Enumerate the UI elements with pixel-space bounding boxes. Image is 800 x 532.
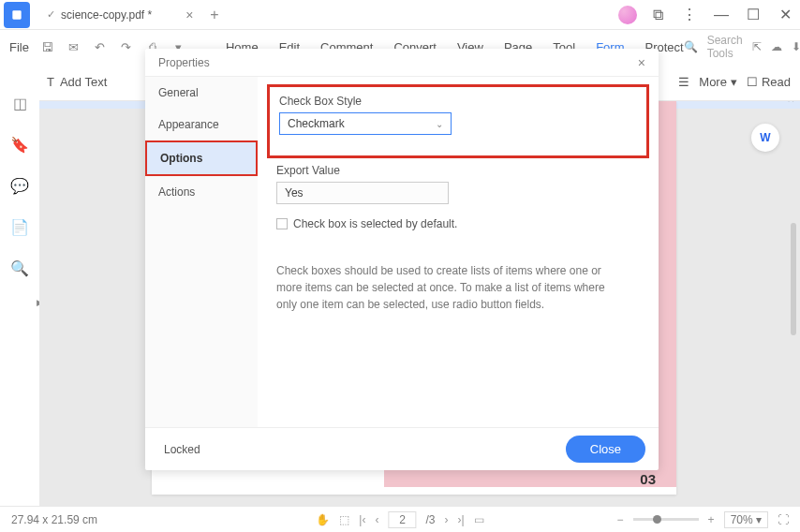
titlebar: ✓ science-copy.pdf * × + ⧉ ⋮ — ☐ ✕ [0, 0, 800, 30]
document-tab[interactable]: ✓ science-copy.pdf * × [37, 2, 202, 28]
last-page-icon[interactable]: ›| [458, 513, 465, 526]
zoom-slider[interactable] [633, 518, 699, 521]
maximize-icon[interactable]: ☐ [742, 4, 764, 26]
default-checkbox[interactable] [276, 218, 288, 229]
search-placeholder[interactable]: Search Tools [707, 34, 743, 60]
page-dimensions: 27.94 x 21.59 cm [11, 513, 97, 526]
page-number-label: 03 [640, 471, 656, 487]
properties-dialog: Properties × General Appearance Options … [145, 49, 659, 470]
read-label: Read [762, 75, 791, 89]
window-restore-icon[interactable]: ⧉ [646, 4, 669, 26]
close-button[interactable]: Close [566, 436, 645, 463]
select-tool-icon[interactable]: ⬚ [339, 513, 349, 526]
dialog-content: Check Box Style Checkmark ⌄ Export Value… [258, 77, 659, 427]
default-checkbox-label: Check box is selected by default. [293, 217, 457, 230]
locked-row[interactable]: Locked [158, 443, 200, 456]
nav-options[interactable]: Options [145, 140, 258, 176]
select-chevron-icon: ⌄ [436, 119, 443, 129]
user-avatar-icon[interactable] [618, 6, 637, 24]
svg-rect-0 [12, 10, 21, 19]
nav-appearance[interactable]: Appearance [145, 109, 258, 140]
add-text-label: Add Text [60, 75, 107, 89]
kebab-menu-icon[interactable]: ⋮ [678, 4, 701, 26]
export-value-input[interactable]: Yes [276, 182, 449, 204]
tab-close-icon[interactable]: × [185, 7, 193, 22]
checkbox-style-label: Check Box Style [279, 95, 637, 108]
more-label: More [699, 75, 727, 89]
default-checkbox-row[interactable]: Check box is selected by default. [276, 217, 640, 230]
more-button[interactable]: More ▾ [699, 75, 737, 89]
first-page-icon[interactable]: |‹ [359, 513, 365, 526]
attachments-icon[interactable]: 📄 [10, 217, 29, 236]
help-text: Check boxes should be used to create lis… [276, 262, 623, 313]
checkbox-style-select[interactable]: Checkmark ⌄ [279, 112, 452, 135]
highlight-checkbox-style: Check Box Style Checkmark ⌄ [267, 84, 649, 158]
zoom-value[interactable]: 70% ▾ [724, 511, 768, 528]
fullscreen-icon[interactable]: ⛶ [778, 513, 789, 526]
left-sidebar: ◫ 🔖 💬 📄 🔍 ▶ [0, 64, 39, 513]
tab-add-button[interactable]: + [210, 7, 218, 23]
minimize-icon[interactable]: — [710, 4, 733, 26]
help-icon[interactable]: ⬇ [792, 40, 800, 53]
dialog-header: Properties × [145, 49, 659, 77]
thumbnails-icon[interactable]: ◫ [10, 94, 29, 112]
read-checkbox-icon: ☐ [747, 75, 758, 89]
fit-page-icon[interactable]: ▭ [474, 513, 484, 526]
prev-page-icon[interactable]: ‹ [375, 513, 378, 526]
save-icon[interactable]: 🖫 [38, 37, 57, 56]
dialog-close-icon[interactable]: × [638, 55, 645, 70]
word-export-icon[interactable]: W [751, 124, 779, 152]
zoom-in-icon[interactable]: + [708, 513, 715, 526]
checkbox-style-value: Checkmark [288, 117, 345, 130]
nav-actions[interactable]: Actions [145, 176, 258, 208]
bookmark-icon[interactable]: 🔖 [10, 135, 29, 154]
next-page-icon[interactable]: › [445, 513, 449, 526]
export-value-text: Yes [285, 186, 304, 200]
mail-icon[interactable]: ✉ [65, 37, 83, 56]
undo-icon[interactable]: ↶ [91, 37, 110, 56]
info-bar-close-icon[interactable]: × [787, 101, 794, 106]
cloud-icon[interactable]: ☁ [771, 40, 782, 53]
add-text-button[interactable]: T Add Text [47, 75, 107, 89]
app-logo[interactable] [4, 2, 30, 28]
chevron-down-icon: ▾ [731, 75, 737, 89]
statusbar: 27.94 x 21.59 cm ✋ ⬚ |‹ ‹ 2 /3 › ›| ▭ − … [0, 506, 800, 532]
locked-label: Locked [164, 443, 200, 456]
share-icon[interactable]: ⇱ [752, 40, 762, 53]
comment-panel-icon[interactable]: 💬 [10, 176, 29, 195]
menu-toggle-icon[interactable]: ☰ [678, 75, 689, 89]
dialog-footer: Locked Close [145, 427, 659, 470]
hand-tool-icon[interactable]: ✋ [316, 513, 330, 526]
page-total: /3 [425, 513, 435, 526]
close-window-icon[interactable]: ✕ [774, 4, 796, 26]
search-icon[interactable]: 🔍 [684, 40, 698, 53]
redo-icon[interactable]: ↷ [117, 37, 136, 56]
vertical-scrollbar[interactable] [791, 223, 796, 335]
zoom-out-icon[interactable]: − [617, 513, 624, 526]
search-panel-icon[interactable]: 🔍 [10, 259, 29, 277]
read-button[interactable]: ☐ Read [747, 75, 791, 89]
tab-title: science-copy.pdf * [61, 8, 152, 22]
page-current-input[interactable]: 2 [388, 511, 416, 528]
dialog-nav: General Appearance Options Actions [145, 77, 258, 427]
nav-general[interactable]: General [145, 77, 258, 109]
zoom-thumb[interactable] [653, 515, 661, 524]
export-value-label: Export Value [276, 164, 640, 177]
menu-file[interactable]: File [9, 40, 29, 54]
dialog-title: Properties [158, 56, 210, 69]
text-tool-icon: T [47, 75, 54, 89]
tab-check-icon: ✓ [47, 8, 55, 21]
